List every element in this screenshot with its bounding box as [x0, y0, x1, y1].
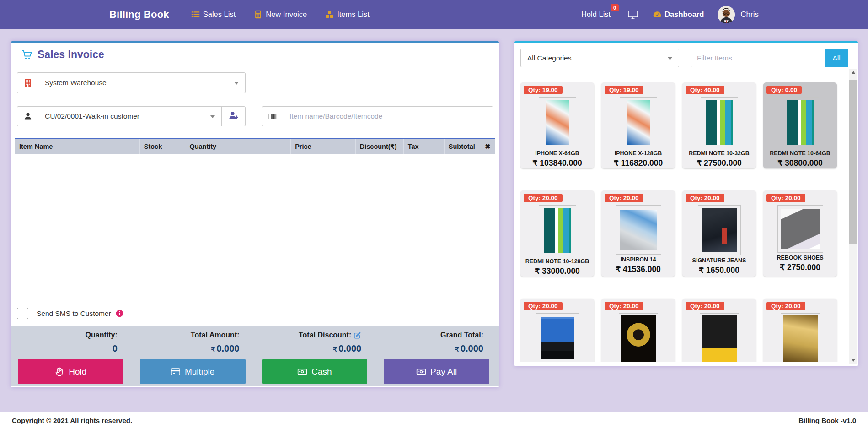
scrollbar-thumb[interactable]	[849, 80, 857, 244]
qty-badge: Qty: 20.00	[686, 302, 724, 310]
col-quantity: Quantity	[185, 139, 291, 154]
qty-badge: Qty: 20.00	[605, 302, 643, 310]
col-stock: Stock	[140, 139, 186, 154]
top-navbar: Billing Book Sales ListNew InvoiceItems …	[0, 0, 868, 29]
money-icon	[416, 367, 426, 377]
product-card[interactable]: Qty: 19.00 IPHONE X-64GB ₹ 103840.000	[520, 82, 594, 168]
product-card[interactable]: Qty: 0.00 REDMI NOTE 10-64GB ₹ 30800.000	[763, 82, 837, 168]
items-panel: All Categories All Qty: 19.00 IPHONE X-6…	[514, 41, 858, 366]
product-image-shoe	[777, 205, 823, 253]
product-price: ₹ 103840.000	[532, 158, 582, 168]
product-price: ₹ 116820.000	[614, 158, 663, 168]
product-name: REDMI NOTE 10-64GB	[767, 150, 833, 157]
product-card[interactable]: Qty: 19.00 IPHONE X-128GB ₹ 116820.000	[601, 82, 675, 168]
product-card[interactable]: Qty: 20.00 INSPIRON 14 ₹ 41536.000	[601, 190, 675, 277]
qty-badge: Qty: 20.00	[605, 194, 643, 202]
clear-all-icon[interactable]: ✖	[480, 139, 494, 154]
scroll-up-icon[interactable]	[849, 69, 857, 76]
product-card[interactable]: Qty: 20.00	[763, 299, 837, 362]
nav-links: Sales ListNew InvoiceItems List	[191, 10, 370, 19]
barcode-group	[262, 106, 493, 126]
nav-item-new-invoice[interactable]: New Invoice	[254, 10, 307, 19]
send-sms-checkbox[interactable]	[17, 308, 28, 319]
edit-discount-icon[interactable]	[354, 331, 361, 339]
send-sms-label: Send SMS to Customer	[37, 310, 111, 318]
money-icon	[297, 367, 307, 377]
invoice-summary: Quantity: Total Amount: Total Discount: …	[11, 326, 499, 386]
customer-select[interactable]: CU/02/0001-Walk-in customer	[38, 107, 221, 126]
page-content: Sales Invoice System Warehouse CU/02/000…	[0, 29, 868, 412]
user-avatar	[718, 6, 735, 23]
version-text: Billing Book -v1.0	[798, 417, 856, 424]
qty-badge: Qty: 20.00	[766, 194, 805, 202]
product-price: ₹ 1650.000	[699, 266, 739, 275]
product-price: ₹ 2750.000	[780, 263, 820, 272]
product-name: REDMI NOTE 10-32GB	[686, 150, 752, 157]
scroll-down-icon[interactable]	[849, 357, 857, 364]
hold-button[interactable]: Hold	[18, 359, 123, 384]
product-name: IPHONE X-128GB	[612, 150, 665, 157]
filter-items-input[interactable]	[691, 49, 825, 67]
warehouse-group: System Warehouse	[17, 72, 246, 93]
user-name: Chris	[740, 10, 759, 19]
nav-item-sales-list[interactable]: Sales List	[191, 10, 236, 19]
items-scrollbar[interactable]	[849, 69, 857, 364]
cash-button[interactable]: Cash	[262, 359, 368, 384]
product-card[interactable]: Qty: 20.00 REBOOK SHOES ₹ 2750.000	[763, 190, 837, 277]
category-select[interactable]: All Categories	[520, 49, 679, 67]
all-filter-button[interactable]: All	[825, 49, 848, 67]
item-search-input[interactable]	[283, 107, 493, 126]
product-card[interactable]: Qty: 20.00	[601, 299, 675, 362]
hand-icon	[54, 367, 64, 377]
quantity-value: 0	[11, 343, 133, 354]
col-subtotal: Subtotal	[445, 139, 481, 154]
qty-badge: Qty: 20.00	[766, 302, 805, 310]
sales-invoice-panel: Sales Invoice System Warehouse CU/02/000…	[11, 41, 499, 387]
product-card[interactable]: Qty: 20.00	[682, 299, 756, 362]
pay-all-button[interactable]: Pay All	[384, 359, 489, 384]
app-brand[interactable]: Billing Book	[109, 9, 169, 21]
product-image-book-php	[700, 313, 739, 362]
product-name: REDMI NOTE 10-128GB	[523, 258, 592, 266]
cubes-icon	[325, 10, 334, 19]
qty-badge: Qty: 0.00	[766, 86, 802, 94]
total-amount-label: Total Amount:	[133, 331, 255, 339]
total-amount-value: ₹0.000	[133, 343, 255, 354]
product-card[interactable]: Qty: 20.00 REDMI NOTE 10-128GB ₹ 33000.0…	[520, 190, 594, 277]
product-card[interactable]: Qty: 20.00	[520, 299, 594, 362]
grand-total-label: Grand Total:	[377, 331, 499, 339]
calculator-icon	[254, 10, 263, 19]
pay-buttons: HoldMultipleCashPay All	[11, 359, 499, 384]
user-menu[interactable]: Chris	[718, 6, 759, 23]
product-name: REBOOK SHOES	[774, 255, 826, 262]
product-card[interactable]: Qty: 20.00 SIGNATURE JEANS ₹ 1650.000	[682, 190, 756, 277]
product-image-watch	[619, 313, 658, 362]
product-image-laptop-silver	[616, 205, 661, 255]
hold-list-button[interactable]: Hold List 0	[581, 10, 613, 19]
qty-badge: Qty: 40.00	[686, 86, 724, 94]
warehouse-building-icon	[17, 73, 38, 93]
hold-count-badge: 0	[611, 4, 619, 11]
credit-card-icon	[171, 367, 181, 377]
fullscreen-monitor-icon[interactable]	[627, 9, 639, 20]
invoice-items-table: Item Name Stock Quantity Price Discount(…	[15, 138, 495, 291]
qty-badge: Qty: 19.00	[605, 86, 643, 94]
warehouse-select[interactable]: System Warehouse	[38, 73, 245, 93]
col-price: Price	[291, 139, 356, 154]
nav-item-items-list[interactable]: Items List	[325, 10, 370, 19]
product-card[interactable]: Qty: 40.00 REDMI NOTE 10-32GB ₹ 27500.00…	[682, 82, 756, 168]
qty-badge: Qty: 20.00	[524, 194, 563, 202]
col-discount: Discount(₹)	[356, 139, 404, 154]
product-name: IPHONE X-64GB	[532, 150, 582, 157]
col-item-name: Item Name	[15, 139, 140, 154]
product-price: ₹ 33000.000	[535, 266, 580, 276]
total-discount-label: Total Discount:	[255, 331, 377, 339]
multiple-button[interactable]: Multiple	[140, 359, 246, 384]
dashboard-link[interactable]: Dashboard	[653, 10, 704, 19]
info-icon[interactable]	[116, 310, 123, 317]
product-price: ₹ 27500.000	[697, 158, 742, 168]
product-image-redmi	[782, 97, 819, 148]
table-header-row: Item Name Stock Quantity Price Discount(…	[15, 139, 495, 154]
add-customer-button[interactable]	[221, 107, 245, 126]
customer-group: CU/02/0001-Walk-in customer	[17, 106, 246, 126]
